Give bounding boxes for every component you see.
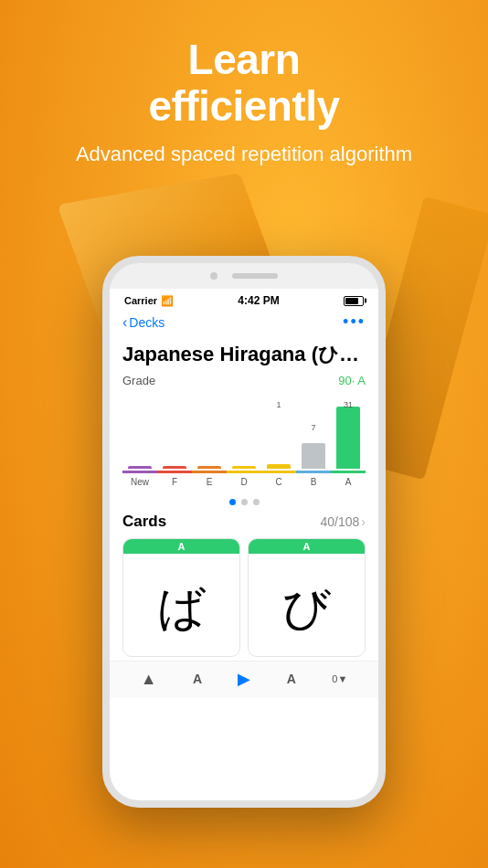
- cards-title: Cards: [122, 513, 166, 531]
- speaker: [232, 273, 278, 279]
- bottom-toolbar: ▲ A ▶ A 0▼: [110, 661, 378, 698]
- bar-b-label: 7: [311, 423, 315, 432]
- cards-header: Cards 40/108 ›: [110, 509, 378, 535]
- bar-f: [157, 400, 192, 469]
- bar-new-fill: [128, 466, 153, 469]
- dot-3: [253, 499, 260, 505]
- grade-a-icon: A: [193, 672, 202, 686]
- wifi-icon: 📶: [161, 295, 174, 307]
- bar-f-fill: [163, 466, 187, 469]
- flash-card-1[interactable]: A ば: [122, 538, 240, 657]
- volume-down-button: [102, 360, 104, 386]
- bar-b: 7: [296, 400, 331, 469]
- toolbar-button-5[interactable]: 0▼: [332, 673, 347, 684]
- bar-a: 31: [331, 400, 366, 469]
- front-camera: [210, 272, 217, 280]
- chart-bars: 1 7 31: [122, 400, 366, 469]
- bar-c: 1: [261, 400, 296, 469]
- toolbar-button-1[interactable]: ▲: [141, 670, 157, 689]
- grade-value: 90· A: [338, 374, 366, 387]
- label-new: New: [122, 477, 157, 487]
- chevron-right-icon: ›: [361, 514, 366, 529]
- carrier-label: Carrier: [124, 295, 157, 306]
- bar-a-fill: [336, 407, 361, 469]
- chevron-left-icon: ‹: [122, 314, 127, 331]
- flash-card-2[interactable]: A び: [248, 538, 366, 657]
- nav-bar: ‹ Decks •••: [110, 311, 378, 337]
- grade-label: Grade: [122, 374, 155, 387]
- bar-new: [122, 400, 157, 469]
- status-right: [344, 296, 364, 306]
- down-icon: 0▼: [332, 673, 347, 684]
- label-d: D: [227, 477, 261, 487]
- page-title: Japanese Hiragana (ひ…: [110, 337, 378, 370]
- card-character-2: び: [249, 554, 365, 656]
- a-label-icon: A: [287, 672, 296, 686]
- toolbar-button-3[interactable]: ▶: [238, 669, 250, 689]
- label-b: B: [296, 477, 331, 487]
- bar-e: [192, 400, 227, 469]
- play-icon: ▶: [238, 669, 250, 689]
- label-c: C: [261, 477, 296, 487]
- phone-mockup: Carrier 📶 4:42 PM ‹ Decks •••: [102, 256, 386, 808]
- bar-c-fill: [267, 464, 292, 469]
- volume-up-button: [102, 327, 104, 353]
- toolbar-button-2[interactable]: A: [193, 672, 202, 686]
- phone-screen: Carrier 📶 4:42 PM ‹ Decks •••: [110, 289, 378, 800]
- chart-area: 1 7 31: [110, 391, 378, 492]
- subtitle: Advanced spaced repetition algorithm: [0, 142, 488, 168]
- status-bar: Carrier 📶 4:42 PM: [110, 289, 378, 311]
- bar-e-fill: [197, 466, 222, 469]
- bar-a-label: 31: [344, 400, 353, 409]
- toolbar-button-4[interactable]: A: [287, 672, 296, 686]
- label-a: A: [331, 477, 366, 487]
- label-e: E: [192, 477, 227, 487]
- dot-1: [229, 499, 236, 505]
- bar-d-fill: [232, 466, 257, 469]
- up-arrow-icon: ▲: [141, 670, 157, 689]
- battery-fill: [345, 298, 358, 304]
- cards-count[interactable]: 40/108 ›: [321, 514, 366, 529]
- card-badge-1: A: [123, 539, 239, 554]
- bar-b-fill: [302, 443, 326, 469]
- bar-d: [227, 400, 261, 469]
- card-badge-2: A: [249, 539, 365, 554]
- bar-c-label: 1: [276, 400, 281, 409]
- dot-2: [241, 499, 248, 505]
- pagination-dots: [110, 492, 378, 509]
- phone-body: Carrier 📶 4:42 PM ‹ Decks •••: [102, 256, 386, 808]
- more-options-button[interactable]: •••: [343, 312, 366, 332]
- label-f: F: [157, 477, 192, 487]
- back-button[interactable]: ‹ Decks: [122, 314, 164, 331]
- card-character-1: ば: [123, 554, 239, 656]
- chart-labels: New F E D C B A: [122, 473, 366, 487]
- phone-top-bar: [110, 263, 378, 289]
- main-title: Learn efficiently: [0, 37, 488, 129]
- grade-row: Grade 90· A: [110, 370, 378, 391]
- back-label: Decks: [129, 315, 164, 330]
- power-button: [384, 336, 386, 382]
- header-section: Learn efficiently Advanced spaced repeti…: [0, 37, 488, 168]
- card-grid: A ば A び: [110, 535, 378, 661]
- battery-icon: [344, 296, 364, 306]
- status-left: Carrier 📶: [124, 295, 174, 307]
- time-display: 4:42 PM: [238, 294, 279, 307]
